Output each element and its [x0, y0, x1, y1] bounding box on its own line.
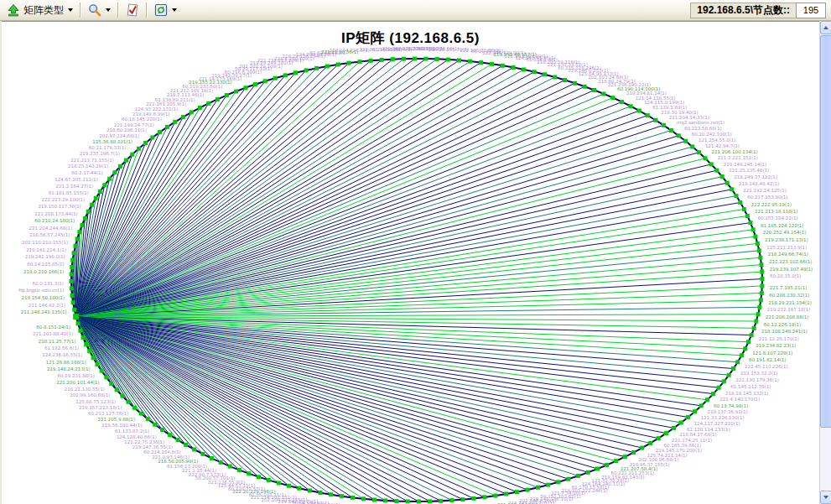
graph-node[interactable]: [257, 475, 261, 479]
graph-node[interactable]: [735, 194, 739, 198]
graph-node[interactable]: [228, 465, 232, 469]
graph-node[interactable]: [200, 452, 205, 456]
graph-node[interactable]: [758, 256, 762, 260]
graph-node[interactable]: [325, 65, 330, 69]
graph-node[interactable]: [756, 312, 761, 316]
graph-node[interactable]: [757, 305, 761, 309]
graph-node[interactable]: [314, 66, 319, 70]
graph-node[interactable]: [372, 498, 377, 502]
graph-node[interactable]: [751, 227, 756, 231]
graph-node[interactable]: [679, 421, 683, 425]
graph-node[interactable]: [198, 106, 202, 110]
graph-node[interactable]: [304, 68, 309, 72]
graph-node[interactable]: [351, 496, 355, 500]
graph-node[interactable]: [293, 70, 298, 75]
graph-node[interactable]: [98, 190, 102, 194]
graph-node[interactable]: [190, 110, 194, 114]
graph-node[interactable]: [102, 183, 106, 187]
graph-node[interactable]: [727, 373, 731, 377]
graph-node[interactable]: [637, 109, 641, 113]
graph-node[interactable]: [78, 329, 82, 333]
graph-node[interactable]: [247, 471, 251, 475]
graph-node[interactable]: [714, 169, 719, 173]
graph-node[interactable]: [318, 491, 322, 495]
graph-node[interactable]: [75, 236, 80, 241]
graph-node[interactable]: [143, 141, 148, 145]
graph-node[interactable]: [699, 403, 704, 408]
graph-node[interactable]: [653, 118, 657, 122]
graph-node[interactable]: [601, 91, 605, 96]
graph-node[interactable]: [76, 321, 81, 325]
matrix-canvas[interactable]: 211.148.241.135(1)211.146.62.2(1)219.154…: [2, 21, 819, 504]
matrix-type-button[interactable]: 矩阵类型: [3, 1, 77, 20]
graph-node[interactable]: [576, 474, 580, 478]
graph-node[interactable]: [146, 417, 150, 421]
graph-node[interactable]: [287, 484, 291, 488]
graph-node[interactable]: [150, 135, 154, 139]
graph-node[interactable]: [683, 139, 688, 143]
graph-node[interactable]: [610, 96, 615, 100]
graph-node[interactable]: [118, 164, 122, 169]
graph-node[interactable]: [546, 483, 550, 487]
graph-node[interactable]: [308, 489, 312, 493]
graph-node[interactable]: [735, 360, 740, 364]
graph-node[interactable]: [760, 270, 764, 274]
graph-node[interactable]: [225, 93, 229, 97]
graph-node[interactable]: [84, 342, 88, 346]
graph-node[interactable]: [70, 286, 74, 290]
graph-node[interactable]: [283, 73, 288, 77]
graph-node[interactable]: [629, 104, 633, 108]
graph-node[interactable]: [80, 223, 84, 227]
graph-node[interactable]: [756, 242, 760, 246]
graph-node[interactable]: [754, 320, 758, 324]
graph-node[interactable]: [512, 65, 516, 70]
graph-node[interactable]: [640, 446, 644, 450]
graph-node[interactable]: [168, 433, 172, 437]
graph-node[interactable]: [369, 59, 373, 63]
graph-node[interactable]: [623, 455, 627, 459]
refresh-button[interactable]: [150, 1, 181, 20]
graph-node[interactable]: [115, 387, 119, 392]
graph-node[interactable]: [543, 72, 547, 76]
graph-node[interactable]: [176, 438, 180, 442]
graph-node[interactable]: [748, 221, 752, 225]
graph-node[interactable]: [361, 496, 366, 501]
scroll-up-button[interactable]: [820, 21, 831, 34]
scrollbar-thumb[interactable]: [820, 35, 831, 428]
graph-node[interactable]: [479, 60, 483, 65]
graph-node[interactable]: [704, 156, 708, 160]
graph-node[interactable]: [553, 75, 557, 80]
graph-node[interactable]: [605, 463, 609, 467]
graph-node[interactable]: [70, 258, 75, 262]
graph-node[interactable]: [730, 187, 734, 191]
graph-node[interactable]: [566, 477, 570, 481]
graph-node[interactable]: [83, 216, 87, 221]
graph-node[interactable]: [109, 382, 113, 386]
graph-node[interactable]: [760, 262, 764, 267]
graph-node[interactable]: [614, 459, 618, 463]
graph-node[interactable]: [686, 415, 690, 419]
graph-node[interactable]: [192, 447, 196, 451]
graph-node[interactable]: [757, 248, 761, 252]
graph-node[interactable]: [158, 130, 162, 134]
graph-node[interactable]: [130, 153, 134, 157]
graph-node[interactable]: [738, 200, 742, 205]
graph-node[interactable]: [406, 499, 410, 503]
focal-node[interactable]: [73, 314, 79, 320]
graph-node[interactable]: [423, 57, 428, 61]
graph-node[interactable]: [711, 392, 715, 396]
graph-node[interactable]: [439, 499, 443, 503]
graph-node[interactable]: [297, 486, 301, 491]
graph-node[interactable]: [72, 308, 76, 312]
graph-node[interactable]: [662, 123, 666, 127]
graph-node[interactable]: [677, 133, 681, 138]
graph-node[interactable]: [107, 177, 112, 181]
graph-node[interactable]: [720, 174, 725, 179]
graph-node[interactable]: [722, 379, 726, 383]
graph-node[interactable]: [70, 272, 74, 276]
graph-node[interactable]: [672, 426, 676, 430]
graph-node[interactable]: [501, 64, 505, 68]
graph-node[interactable]: [586, 470, 590, 475]
graph-node[interactable]: [646, 113, 650, 117]
graph-node[interactable]: [583, 85, 587, 89]
